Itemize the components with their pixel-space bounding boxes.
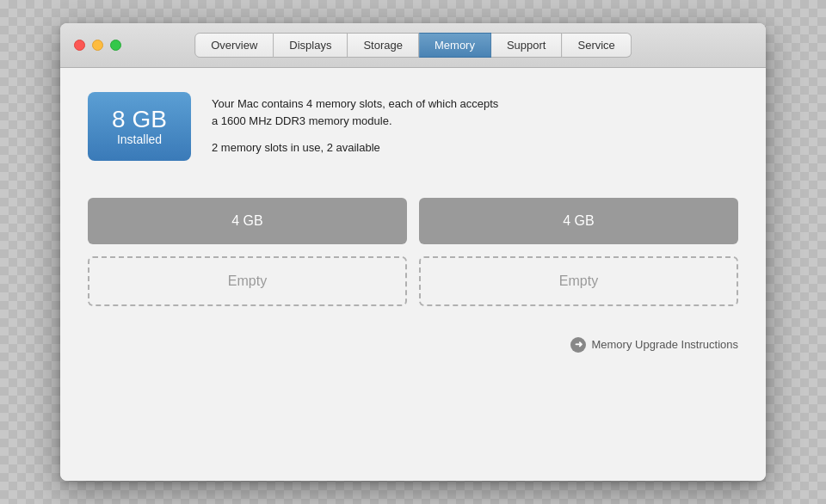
- slot-1: 4 GB: [88, 198, 407, 244]
- minimize-button[interactable]: [92, 40, 103, 51]
- slot-3: Empty: [88, 256, 407, 306]
- description-line3: 2 memory slots in use, 2 available: [212, 139, 498, 157]
- info-section: 8 GB Installed Your Mac contains 4 memor…: [88, 92, 738, 167]
- upgrade-link-label: Memory Upgrade Instructions: [591, 338, 738, 351]
- maximize-button[interactable]: [110, 40, 121, 51]
- tab-displays[interactable]: Displays: [274, 33, 348, 58]
- tab-storage[interactable]: Storage: [348, 33, 419, 58]
- memory-badge: 8 GB Installed: [88, 92, 191, 161]
- footer: ➜ Memory Upgrade Instructions: [88, 330, 738, 353]
- content-area: 8 GB Installed Your Mac contains 4 memor…: [60, 68, 766, 481]
- upgrade-link-icon: ➜: [570, 337, 586, 353]
- description-line1: Your Mac contains 4 memory slots, each o…: [212, 95, 498, 129]
- slots-grid: 4 GB 4 GB Empty Empty: [88, 198, 738, 306]
- tab-support[interactable]: Support: [491, 33, 563, 58]
- slot-4: Empty: [419, 256, 738, 306]
- close-button[interactable]: [74, 40, 85, 51]
- tab-service[interactable]: Service: [563, 33, 632, 58]
- tab-memory[interactable]: Memory: [419, 33, 491, 58]
- traffic-lights: [74, 40, 121, 51]
- tab-bar: Overview Displays Storage Memory Support…: [194, 33, 632, 58]
- memory-badge-size: 8 GB: [112, 107, 167, 133]
- main-window: Overview Displays Storage Memory Support…: [60, 23, 766, 481]
- memory-badge-label: Installed: [117, 132, 162, 146]
- memory-description: Your Mac contains 4 memory slots, each o…: [212, 92, 498, 167]
- tab-overview[interactable]: Overview: [194, 33, 274, 58]
- slot-2: 4 GB: [419, 198, 738, 244]
- upgrade-link[interactable]: ➜ Memory Upgrade Instructions: [570, 337, 738, 353]
- titlebar: Overview Displays Storage Memory Support…: [60, 23, 766, 68]
